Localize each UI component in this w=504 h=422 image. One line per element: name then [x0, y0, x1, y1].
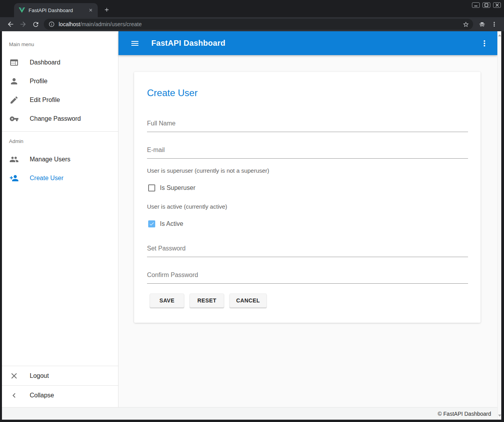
- people-icon: [9, 155, 19, 164]
- url-text: localhost/main/admin/users/create: [59, 21, 463, 27]
- bookmark-star-icon[interactable]: [463, 21, 469, 28]
- incognito-icon: [478, 20, 486, 29]
- reset-button[interactable]: RESET: [190, 293, 224, 308]
- sidebar-section-main-menu: Main menu: [9, 41, 34, 47]
- new-tab-button[interactable]: [102, 5, 111, 14]
- page-title: Create User: [147, 88, 197, 98]
- is-active-checkbox[interactable]: [148, 220, 155, 227]
- sidebar-divider: [2, 131, 118, 132]
- sidebar-item-dashboard[interactable]: Dashboard: [2, 53, 118, 72]
- is-superuser-label: Is Superuser: [160, 184, 196, 191]
- back-button[interactable]: [6, 20, 15, 29]
- sidebar-item-label: Change Password: [30, 115, 81, 122]
- email-input[interactable]: [147, 144, 468, 159]
- is-superuser-checkbox-row[interactable]: Is Superuser: [148, 183, 196, 193]
- sidebar-item-label: Profile: [30, 78, 47, 85]
- app-bar: FastAPI Dashboard: [118, 31, 497, 55]
- site-info-icon[interactable]: [48, 21, 55, 27]
- close-icon: [9, 371, 19, 381]
- create-user-card: Create User User is superuser (currently…: [134, 72, 481, 323]
- tab-close-icon[interactable]: [88, 7, 94, 13]
- set-password-input[interactable]: [147, 242, 468, 257]
- copyright-text: © FastAPI Dashboard: [438, 411, 491, 417]
- sidebar-item-label: Collapse: [30, 392, 54, 399]
- full-name-input[interactable]: [147, 117, 468, 132]
- minimize-button[interactable]: [472, 2, 480, 8]
- superuser-hint: User is superuser (currently is not a su…: [147, 167, 269, 174]
- browser-tab[interactable]: FastAPI Dashboard: [14, 3, 98, 17]
- sidebar-section-admin: Admin: [9, 138, 23, 144]
- confirm-password-input[interactable]: [147, 269, 468, 284]
- form-actions: SAVE RESET CANCEL: [150, 293, 267, 308]
- sidebar-item-logout[interactable]: Logout: [2, 366, 118, 385]
- pencil-icon: [9, 95, 19, 105]
- sidebar-item-label: Dashboard: [30, 59, 60, 66]
- forward-button[interactable]: [19, 20, 27, 29]
- hamburger-menu-icon[interactable]: [130, 39, 140, 48]
- sidebar-item-profile[interactable]: Profile: [2, 72, 118, 91]
- is-active-checkbox-row[interactable]: Is Active: [148, 219, 183, 229]
- person-icon: [9, 77, 19, 86]
- browser-toolbar: localhost/main/admin/users/create: [0, 17, 504, 31]
- is-active-label: Is Active: [160, 220, 183, 227]
- sidebar-item-label: Logout: [30, 372, 49, 379]
- sidebar-item-label: Edit Profile: [30, 97, 60, 104]
- sidebar-item-create-user[interactable]: Create User: [2, 169, 118, 188]
- dashboard-icon: [9, 58, 19, 67]
- sidebar: Main menu Dashboard Profile Edit Profile: [2, 31, 118, 407]
- chevron-left-icon: [9, 391, 19, 400]
- app-menu-kebab-icon[interactable]: [480, 39, 489, 48]
- scroll-up-arrow-icon[interactable]: [498, 34, 501, 36]
- key-icon: [9, 114, 19, 123]
- check-icon: [149, 221, 154, 227]
- close-window-button[interactable]: [493, 2, 501, 8]
- window-controls: [472, 2, 501, 8]
- active-hint: User is active (currently active): [147, 203, 227, 210]
- url-host: localhost: [59, 21, 80, 27]
- app-title: FastAPI Dashboard: [151, 39, 226, 48]
- reload-button[interactable]: [31, 20, 40, 29]
- scroll-down-arrow-icon[interactable]: [498, 415, 501, 417]
- browser-window: FastAPI Dashboard: [0, 0, 504, 422]
- page-content: Main menu Dashboard Profile Edit Profile: [2, 31, 501, 420]
- sidebar-item-edit-profile[interactable]: Edit Profile: [2, 91, 118, 109]
- browser-titlebar: FastAPI Dashboard: [0, 0, 504, 17]
- url-path: /main/admin/users/create: [80, 21, 142, 27]
- sidebar-item-change-password[interactable]: Change Password: [2, 109, 118, 128]
- sidebar-item-manage-users[interactable]: Manage Users: [2, 150, 118, 169]
- person-add-icon: [9, 173, 19, 183]
- save-button[interactable]: SAVE: [150, 293, 184, 308]
- sidebar-item-label: Manage Users: [30, 156, 70, 163]
- browser-menu-kebab-icon[interactable]: [490, 20, 499, 29]
- maximize-button[interactable]: [482, 2, 490, 8]
- sidebar-item-label: Create User: [30, 175, 63, 182]
- is-superuser-checkbox[interactable]: [148, 184, 155, 191]
- page-scrollbar[interactable]: [497, 31, 501, 420]
- url-bar[interactable]: localhost/main/admin/users/create: [44, 19, 473, 30]
- app-footer: © FastAPI Dashboard: [2, 407, 497, 420]
- tab-title: FastAPI Dashboard: [29, 7, 88, 13]
- sidebar-item-collapse[interactable]: Collapse: [2, 386, 118, 405]
- cancel-button[interactable]: CANCEL: [230, 293, 267, 308]
- vue-favicon-icon: [19, 7, 25, 13]
